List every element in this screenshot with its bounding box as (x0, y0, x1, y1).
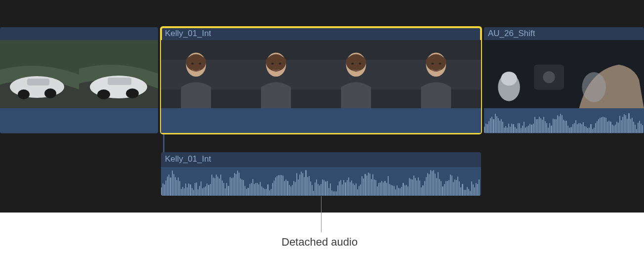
audio-waveform (161, 167, 481, 196)
clip-connector (163, 133, 164, 152)
clip-thumbnail (0, 40, 79, 108)
svg-point-14 (199, 63, 201, 65)
waveform-icon (484, 108, 644, 133)
svg-point-2 (18, 89, 30, 99)
clip-audio-lane-empty (161, 108, 481, 133)
svg-point-13 (191, 63, 194, 65)
svg-point-7 (97, 89, 110, 99)
video-clip[interactable] (0, 27, 158, 133)
clip-filmstrip (484, 40, 644, 108)
clip-thumbnail (79, 40, 158, 108)
svg-point-24 (359, 63, 361, 65)
callout-label: Detached audio (282, 236, 358, 249)
svg-point-32 (501, 72, 517, 86)
svg-point-19 (279, 63, 281, 65)
clip-thumbnail (564, 40, 644, 108)
clip-thumbnail (241, 40, 321, 108)
clip-audio-lane (0, 108, 158, 133)
svg-rect-9 (108, 78, 131, 85)
callout-line (321, 196, 322, 232)
clip-filmstrip (0, 40, 158, 108)
svg-rect-4 (27, 79, 49, 86)
svg-point-23 (351, 63, 354, 65)
clip-filmstrip (161, 40, 481, 108)
svg-point-36 (582, 72, 606, 102)
detached-audio-clip[interactable]: Kelly_01_Int (161, 152, 481, 196)
svg-point-3 (44, 88, 56, 98)
svg-point-28 (431, 63, 434, 65)
clip-thumbnail (321, 40, 401, 108)
clip-audio-lane (484, 108, 644, 133)
svg-point-8 (126, 88, 139, 98)
clip-title (0, 27, 158, 40)
timeline[interactable]: Kelly_01_Int (0, 0, 644, 213)
clip-thumbnail (484, 40, 564, 108)
clip-title: Kelly_01_Int (161, 27, 481, 40)
clip-thumbnail (161, 40, 241, 108)
waveform-icon (161, 167, 481, 196)
primary-storyline[interactable]: Kelly_01_Int (0, 27, 644, 136)
video-clip-selected[interactable]: Kelly_01_Int (161, 27, 481, 133)
svg-point-18 (271, 63, 274, 65)
video-clip[interactable]: AU_26_Shift (484, 27, 644, 133)
clip-title: AU_26_Shift (484, 27, 644, 40)
svg-point-34 (543, 71, 555, 83)
audio-clip-title: Kelly_01_Int (161, 152, 481, 167)
svg-point-29 (439, 63, 441, 65)
timeline-ruler-area (0, 0, 644, 27)
clip-thumbnail (401, 40, 481, 108)
